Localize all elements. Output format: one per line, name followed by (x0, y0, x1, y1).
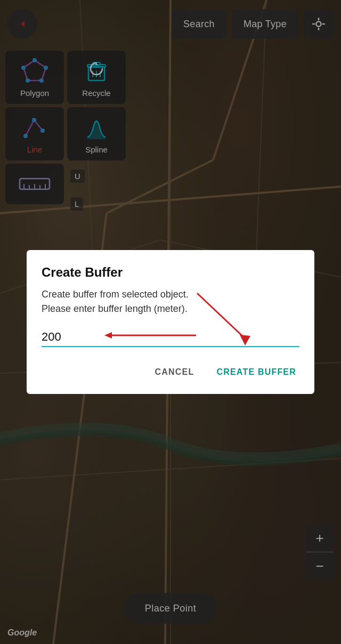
modal-overlay: Create Buffer Create buffer from selecte… (0, 0, 341, 644)
dialog-actions: CANCEL CREATE BUFFER (42, 362, 299, 385)
dialog-body-line2: Please enter buffer length (meter). (42, 303, 188, 314)
input-row (42, 328, 299, 347)
cancel-label: CANCEL (155, 367, 194, 376)
create-buffer-label: CREATE BUFFER (216, 367, 296, 376)
cancel-button[interactable]: CANCEL (152, 362, 198, 382)
dialog: Create Buffer Create buffer from selecte… (27, 250, 314, 394)
buffer-input-wrap (42, 328, 299, 347)
dialog-body-line1: Create buffer from selected object. (42, 289, 189, 300)
buffer-length-input[interactable] (42, 328, 299, 347)
dialog-body: Create buffer from selected object. Plea… (42, 287, 299, 316)
create-buffer-button[interactable]: CREATE BUFFER (213, 362, 299, 382)
dialog-title: Create Buffer (42, 265, 299, 280)
